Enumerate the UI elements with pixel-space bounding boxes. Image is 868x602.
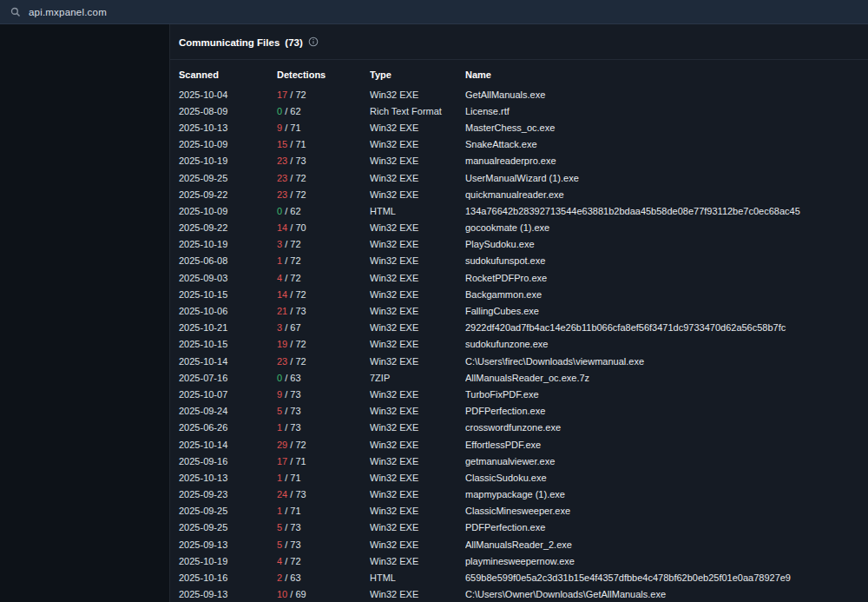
table-row[interactable]: 2025-09-03 4 / 72 Win32 EXE RocketPDFPro… [179,269,859,286]
detection-total: / 69 [287,589,306,599]
table-row[interactable]: 2025-06-26 1 / 73 Win32 EXE crosswordfun… [179,420,859,436]
scanned-cell: 2025-10-21 [179,322,277,333]
scanned-cell: 2025-10-04 [179,89,277,100]
table-row[interactable]: 2025-09-23 24 / 73 Win32 EXE mapmypackag… [179,486,859,503]
table-row[interactable]: 2025-10-19 4 / 72 Win32 EXE playmineswee… [179,552,859,569]
file-name-link[interactable]: PDFPerfection.exe [465,406,859,416]
left-gutter [0,24,169,602]
file-name-link[interactable]: C:\Users\Owner\Downloads\GetAllManuals.e… [465,589,859,599]
scanned-cell: 2025-10-15 [179,339,277,349]
detections-cell: 4 / 72 [277,556,370,566]
scanned-cell: 2025-06-08 [179,255,277,266]
scanned-cell: 2025-10-13 [179,473,277,483]
file-name-link[interactable]: AllManualsReader_2.exe [465,539,859,550]
file-name-link[interactable]: 134a76642b28392713544e63881b2bdaa45b58de… [465,206,859,216]
detections-cell: 3 / 72 [277,239,370,249]
detection-total: / 72 [287,89,306,100]
table-row[interactable]: 2025-10-19 23 / 73 Win32 EXE manualreade… [179,153,859,169]
column-header-name[interactable]: Name [465,69,859,80]
table-row[interactable]: 2025-09-24 5 / 73 Win32 EXE PDFPerfectio… [179,403,859,420]
file-name-link[interactable]: playminesweepernow.exe [465,556,859,566]
type-cell: Win32 EXE [370,489,465,499]
scanned-cell: 2025-08-09 [179,106,277,116]
table-row[interactable]: 2025-09-25 1 / 71 Win32 EXE ClassicMines… [179,503,859,519]
panel-header: Communicating Files (73) [170,36,868,60]
file-name-link[interactable]: MasterChess_oc.exe [465,122,859,133]
detections-cell: 1 / 72 [277,255,370,266]
file-name-link[interactable]: TurboFixPDF.exe [465,389,859,400]
table-row[interactable]: 2025-10-06 21 / 73 Win32 EXE FallingCube… [179,302,859,319]
type-cell: Win32 EXE [370,273,465,283]
file-name-link[interactable]: GetAllManuals.exe [465,89,859,100]
detections-cell: 10 / 69 [277,589,370,599]
table-row[interactable]: 2025-07-16 0 / 63 7ZIP AllManualsReader_… [179,369,859,386]
type-cell: Win32 EXE [370,289,465,300]
table-row[interactable]: 2025-10-16 2 / 63 HTML 659b8e599f0e5a2c3… [179,569,859,585]
table-row[interactable]: 2025-10-09 15 / 71 Win32 EXE SnakeAttack… [179,136,859,153]
file-name-link[interactable]: C:\Users\firec\Downloads\viewmanual.exe [465,356,859,367]
file-name-link[interactable]: 659b8e599f0e5a2c3d31b15e4f4357dfbbe4c478… [465,572,859,583]
type-cell: Win32 EXE [370,339,465,349]
type-cell: Win32 EXE [370,189,465,200]
table-row[interactable]: 2025-09-25 5 / 73 Win32 EXE PDFPerfectio… [179,519,859,536]
file-name-link[interactable]: manualreaderpro.exe [465,155,859,166]
file-name-link[interactable]: PDFPerfection.exe [465,522,859,533]
table-row[interactable]: 2025-10-04 17 / 72 Win32 EXE GetAllManua… [179,86,859,103]
column-header-scanned[interactable]: Scanned [179,69,277,80]
table-row[interactable]: 2025-09-13 10 / 69 Win32 EXE C:\Users\Ow… [179,586,859,602]
detection-total: / 72 [282,255,300,266]
detection-count: 10 [277,589,287,599]
detections-cell: 0 / 62 [277,106,370,116]
table-row[interactable]: 2025-10-07 9 / 73 Win32 EXE TurboFixPDF.… [179,386,859,402]
table-row[interactable]: 2025-08-09 0 / 62 Rich Text Format Licen… [179,103,859,119]
table-row[interactable]: 2025-09-22 14 / 70 Win32 EXE gocookmate … [179,220,859,236]
file-name-link[interactable]: 2922df420ad7fb4ac14e26b11b066cfa8ef56f34… [465,322,859,333]
detections-cell: 9 / 73 [277,389,370,400]
file-name-link[interactable]: ClassicMinesweeper.exe [465,506,859,516]
file-name-link[interactable]: getmanualviewer.exe [465,456,859,466]
table-row[interactable]: 2025-09-13 5 / 73 Win32 EXE AllManualsRe… [179,536,859,552]
detection-total: / 72 [287,356,306,367]
file-name-link[interactable]: crosswordfunzone.exe [465,422,859,433]
type-cell: Win32 EXE [370,422,465,433]
table-row[interactable]: 2025-06-08 1 / 72 Win32 EXE sudokufunspo… [179,253,859,269]
url-text[interactable]: api.mxpanel.com [29,7,107,17]
detections-cell: 1 / 71 [277,473,370,483]
table-row[interactable]: 2025-10-15 19 / 72 Win32 EXE sudokufunzo… [179,336,859,353]
file-name-link[interactable]: SnakeAttack.exe [465,139,859,149]
file-name-link[interactable]: RocketPDFPro.exe [465,273,859,283]
scanned-cell: 2025-10-06 [179,306,277,316]
file-name-link[interactable]: ClassicSudoku.exe [465,473,859,483]
table-row[interactable]: 2025-09-22 23 / 72 Win32 EXE quickmanual… [179,186,859,202]
file-name-link[interactable]: gocookmate (1).exe [465,222,859,233]
detection-total: / 73 [282,539,300,550]
table-row[interactable]: 2025-09-25 23 / 72 Win32 EXE UserManualW… [179,169,859,186]
table-row[interactable]: 2025-10-15 14 / 72 Win32 EXE Backgammon.… [179,286,859,302]
file-name-link[interactable]: Backgammon.exe [465,289,859,300]
file-name-link[interactable]: EffortlessPDF.exe [465,440,859,450]
detections-cell: 21 / 73 [277,306,370,316]
table-row[interactable]: 2025-09-16 17 / 71 Win32 EXE getmanualvi… [179,453,859,469]
table-row[interactable]: 2025-10-14 29 / 72 Win32 EXE EffortlessP… [179,436,859,453]
table-row[interactable]: 2025-10-13 9 / 71 Win32 EXE MasterChess_… [179,119,859,136]
file-name-link[interactable]: FallingCubes.exe [465,306,859,316]
file-name-link[interactable]: UserManualWizard (1).exe [465,173,859,183]
info-icon[interactable] [308,36,319,49]
detections-cell: 17 / 72 [277,89,370,100]
search-icon[interactable] [10,7,21,17]
file-name-link[interactable]: mapmypackage (1).exe [465,489,859,499]
file-name-link[interactable]: sudokufunzone.exe [465,339,859,349]
table-row[interactable]: 2025-10-14 23 / 72 Win32 EXE C:\Users\fi… [179,353,859,369]
detection-total: / 63 [282,572,300,583]
table-row[interactable]: 2025-10-21 3 / 67 Win32 EXE 2922df420ad7… [179,320,859,336]
file-name-link[interactable]: AllManualsReader_oc.exe.7z [465,373,859,383]
column-header-detections[interactable]: Detections [277,69,370,80]
table-row[interactable]: 2025-10-19 3 / 72 Win32 EXE PlaySudoku.e… [179,236,859,253]
file-name-link[interactable]: quickmanualreader.exe [465,189,859,200]
file-name-link[interactable]: License.rtf [465,106,859,116]
table-row[interactable]: 2025-10-09 0 / 62 HTML 134a76642b2839271… [179,202,859,219]
file-name-link[interactable]: PlaySudoku.exe [465,239,859,249]
column-header-type[interactable]: Type [370,69,465,80]
table-row[interactable]: 2025-10-13 1 / 71 Win32 EXE ClassicSudok… [179,469,859,486]
file-name-link[interactable]: sudokufunspot.exe [465,255,859,266]
